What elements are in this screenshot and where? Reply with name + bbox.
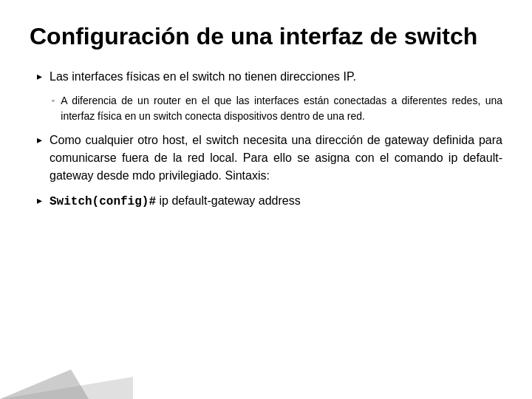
sub-bullet-item-1: ◦ A diferencia de un router en el que la… xyxy=(52,93,502,124)
sub-bullet-text-1: A diferencia de un router en el que las … xyxy=(61,93,502,124)
slide-title: Configuración de una interfaz de switch xyxy=(30,22,502,50)
bullet-item-1: ▸ Las interfaces físicas en el switch no… xyxy=(37,68,502,86)
bullet-text-1: Las interfaces físicas en el switch no t… xyxy=(50,68,356,86)
bullet-text-3: Switch(config)# ip default-gateway addre… xyxy=(50,192,301,211)
bullet-symbol-1: ▸ xyxy=(37,70,42,82)
bullet-item-3: ▸ Switch(config)# ip default-gateway add… xyxy=(37,192,502,211)
slide-container: Configuración de una interfaz de switch … xyxy=(0,0,532,399)
content-area: ▸ Las interfaces físicas en el switch no… xyxy=(30,68,502,211)
sub-bullet-symbol-1: ◦ xyxy=(52,95,55,106)
command-normal: ip default-gateway address xyxy=(156,194,301,207)
deco-shape-2 xyxy=(0,369,89,399)
bullet-symbol-2: ▸ xyxy=(37,134,42,146)
command-bold: Switch(config)# xyxy=(50,195,156,208)
bullet-text-2: Como cualquier otro host, el switch nece… xyxy=(50,132,502,185)
bullet-item-2: ▸ Como cualquier otro host, el switch ne… xyxy=(37,132,502,185)
bottom-decoration xyxy=(0,355,148,399)
bullet-symbol-3: ▸ xyxy=(37,194,42,206)
